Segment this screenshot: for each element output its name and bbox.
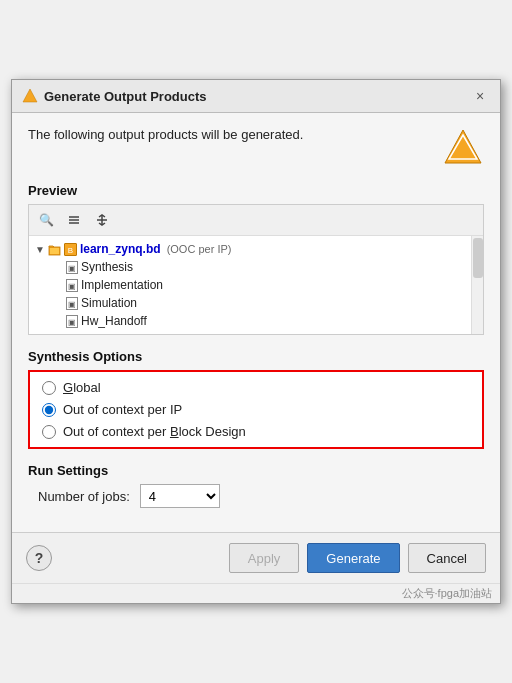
tree-row: ▼ B learn_zynq.bd (OOC per IP) [29,240,471,258]
tree-child-simulation: Simulation [81,296,137,310]
radio-ooc-per-ip-input[interactable] [42,403,56,417]
collapse-icon [67,213,81,227]
synthesis-options-label: Synthesis Options [28,349,484,364]
title-bar: Generate Output Products × [12,80,500,113]
expand-icon [95,213,109,227]
tree-row: ▣ Implementation [29,276,471,294]
watermark: 公众号·fpga加油站 [12,583,500,603]
collapse-arrow: ▼ [35,244,45,255]
doc-icon: ▣ [66,297,78,310]
tree-child-implementation: Implementation [81,278,163,292]
generate-button[interactable]: Generate [307,543,399,573]
help-button[interactable]: ? [26,545,52,571]
preview-box: 🔍 [28,204,484,335]
apply-button[interactable]: Apply [229,543,300,573]
tree-child-synthesis: Synthesis [81,260,133,274]
preview-toolbar: 🔍 [29,205,483,236]
radio-global[interactable]: Global [42,380,470,395]
dialog-footer: ? Apply Generate Cancel [12,532,500,583]
run-settings-label: Run Settings [28,463,484,478]
jobs-select[interactable]: 1 2 3 4 5 6 7 8 [140,484,220,508]
preview-tree: ▼ B learn_zynq.bd (OOC per IP) [29,236,471,334]
radio-ooc-per-bd-label: Out of context per Block Design [63,424,246,439]
preview-label: Preview [28,183,484,198]
tree-child-hwhandoff: Hw_Handoff [81,314,147,328]
doc-icon: ▣ [66,261,78,274]
intro-row: The following output products will be ge… [28,127,484,169]
cancel-button[interactable]: Cancel [408,543,486,573]
bd-icon: B [64,243,77,256]
preview-content: ▼ B learn_zynq.bd (OOC per IP) [29,236,483,334]
svg-marker-0 [23,89,37,102]
radio-ooc-per-bd[interactable]: Out of context per Block Design [42,424,470,439]
close-button[interactable]: × [470,86,490,106]
dialog-window: Generate Output Products × The following… [11,79,501,604]
run-settings-section: Run Settings Number of jobs: 1 2 3 4 5 6… [28,463,484,508]
radio-ooc-per-bd-input[interactable] [42,425,56,439]
vivado-icon [22,88,38,104]
doc-icon: ▣ [66,279,78,292]
radio-ooc-per-ip[interactable]: Out of context per IP [42,402,470,417]
doc-icon: ▣ [66,315,78,328]
scrollbar[interactable] [471,236,483,334]
vivado-logo [442,127,484,169]
footer-left: ? [26,545,52,571]
folder-icon [48,243,61,256]
footer-right: Apply Generate Cancel [229,543,486,573]
dialog-title: Generate Output Products [44,89,207,104]
radio-global-label: Global [63,380,101,395]
expand-toolbar-btn[interactable] [91,209,113,231]
jobs-label: Number of jobs: [38,489,130,504]
dialog-body: The following output products will be ge… [12,113,500,532]
svg-rect-9 [50,248,59,254]
options-box: Global Out of context per IP Out of cont… [28,370,484,449]
collapse-toolbar-btn[interactable] [63,209,85,231]
tree-row: ▣ Synthesis [29,258,471,276]
tree-row: ▣ Simulation [29,294,471,312]
tree-root-name: learn_zynq.bd [80,242,161,256]
radio-global-input[interactable] [42,381,56,395]
tree-row: ▣ Hw_Handoff [29,312,471,330]
search-toolbar-btn[interactable]: 🔍 [35,209,57,231]
run-settings-row: Number of jobs: 1 2 3 4 5 6 7 8 [28,484,484,508]
radio-ooc-per-ip-label: Out of context per IP [63,402,182,417]
tree-root-suffix: (OOC per IP) [164,243,232,255]
synthesis-options-section: Synthesis Options Global Out of context … [28,349,484,449]
intro-text: The following output products will be ge… [28,127,303,142]
